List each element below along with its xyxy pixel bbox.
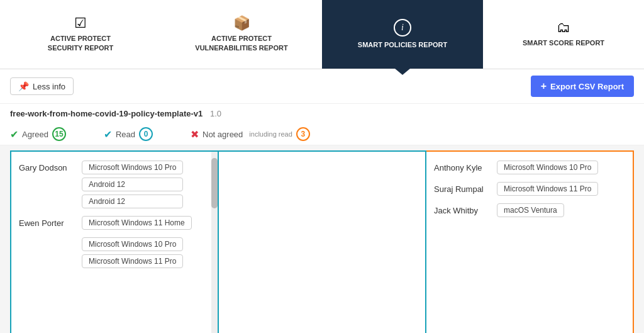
- tag-win10pro-2: Microsoft Windows 10 Pro: [82, 237, 183, 251]
- read-badge: 0: [139, 127, 153, 141]
- not-agreed-sublabel: including read: [249, 130, 292, 138]
- check-icon: ✔: [10, 128, 18, 140]
- user-row-ewen: Ewen Porter Microsoft Windows 11 Home: [11, 212, 218, 234]
- read-panel-body[interactable]: [219, 152, 425, 333]
- user-row-anon: Microsoft Windows 10 Pro Microsoft Windo…: [11, 234, 218, 272]
- nav-active-protect-vulnerabilities[interactable]: 📦 ACTIVE PROTECTVULNERABILITIES REPORT: [161, 0, 322, 69]
- less-info-button[interactable]: 📌 Less info: [10, 77, 74, 95]
- tag-anthony-win10: Microsoft Windows 10 Pro: [497, 161, 598, 174]
- nav-label-policies: SMART POLICIES REPORT: [358, 40, 447, 49]
- user-name-gary: Gary Dodson: [19, 161, 75, 172]
- tag-win11home: Microsoft Windows 11 Home: [82, 216, 192, 230]
- box-icon: 📦: [233, 16, 250, 30]
- not-agreed-panel: Anthony Kyle Microsoft Windows 10 Pro Su…: [426, 150, 634, 333]
- info-icon: i: [394, 19, 411, 37]
- agreed-status: ✔ Agreed 15: [10, 127, 66, 141]
- user-row-gary: Gary Dodson Microsoft Windows 10 Pro And…: [11, 157, 218, 212]
- user-row-jack: Jack Whitby macOS Ventura: [426, 200, 633, 221]
- pin-icon: 📌: [18, 81, 29, 91]
- nav-smart-policies[interactable]: i SMART POLICIES REPORT: [322, 0, 483, 69]
- tag-win10pro-1: Microsoft Windows 10 Pro: [82, 161, 183, 174]
- agreed-scrollbar-track[interactable]: [211, 152, 218, 333]
- read-check-icon: ✔: [104, 128, 112, 140]
- read-status: ✔ Read 0: [104, 127, 153, 141]
- tag-win11pro-1: Microsoft Windows 11 Pro: [82, 254, 183, 268]
- agreed-badge: 15: [52, 127, 66, 141]
- anthony-tags: Microsoft Windows 10 Pro: [497, 161, 598, 174]
- anon-tags: Microsoft Windows 10 Pro Microsoft Windo…: [82, 237, 183, 268]
- read-label: Read: [116, 130, 135, 139]
- tag-suraj-win11: Microsoft Windows 11 Pro: [497, 182, 598, 196]
- tag-android12-2: Android 12: [82, 195, 183, 208]
- jack-tags: macOS Ventura: [497, 203, 564, 217]
- not-agreed-panel-body[interactable]: Anthony Kyle Microsoft Windows 10 Pro Su…: [426, 152, 633, 333]
- ewen-tags: Microsoft Windows 11 Home: [82, 216, 192, 230]
- nav-smart-score[interactable]: 🗂 SMART SCORE REPORT: [483, 0, 644, 69]
- policy-name: free-work-from-home-covid-19-policy-temp…: [10, 109, 203, 118]
- top-nav: ☑ ACTIVE PROTECTSECURITY REPORT 📦 ACTIVE…: [0, 0, 644, 69]
- user-name-jack: Jack Whitby: [434, 203, 491, 215]
- not-agreed-label: Not agreed: [203, 130, 243, 139]
- suraj-tags: Microsoft Windows 11 Pro: [497, 182, 598, 196]
- agreed-label: Agreed: [22, 130, 48, 139]
- plus-icon: +: [541, 81, 547, 92]
- main-content: Gary Dodson Microsoft Windows 10 Pro And…: [0, 145, 644, 333]
- agreed-panel: Gary Dodson Microsoft Windows 10 Pro And…: [10, 150, 219, 333]
- export-label: Export CSV Report: [550, 82, 624, 91]
- nav-label-vulnerabilities: ACTIVE PROTECTVULNERABILITIES REPORT: [195, 34, 287, 52]
- user-name-anthony: Anthony Kyle: [434, 161, 491, 172]
- tag-jack-macos: macOS Ventura: [497, 203, 564, 217]
- nav-active-protect-security[interactable]: ☑ ACTIVE PROTECTSECURITY REPORT: [0, 0, 161, 69]
- user-row-anthony: Anthony Kyle Microsoft Windows 10 Pro: [426, 157, 633, 178]
- tag-android12-1: Android 12: [82, 178, 183, 191]
- not-agreed-status: ✖ Not agreed including read 3: [191, 127, 310, 141]
- policy-bar: free-work-from-home-covid-19-policy-temp…: [0, 104, 644, 123]
- less-info-label: Less info: [33, 82, 65, 91]
- not-agreed-badge: 3: [296, 127, 310, 141]
- nav-label-security: ACTIVE PROTECTSECURITY REPORT: [48, 34, 113, 52]
- nav-label-score: SMART SCORE REPORT: [523, 38, 604, 47]
- briefcase-icon: 🗂: [557, 21, 570, 35]
- status-row: ✔ Agreed 15 ✔ Read 0 ✖ Not agreed includ…: [0, 123, 644, 145]
- checkbox-icon: ☑: [74, 16, 87, 30]
- user-name-ewen: Ewen Porter: [19, 216, 75, 228]
- gary-tags: Microsoft Windows 10 Pro Android 12 Andr…: [82, 161, 183, 208]
- policy-version: 1.0: [210, 109, 221, 118]
- toolbar: 📌 Less info + Export CSV Report: [0, 69, 644, 104]
- x-icon: ✖: [191, 128, 199, 140]
- agreed-panel-body[interactable]: Gary Dodson Microsoft Windows 10 Pro And…: [11, 152, 218, 333]
- read-panel: [219, 150, 426, 333]
- user-name-anon: [19, 237, 75, 240]
- user-row-suraj: Suraj Rumpal Microsoft Windows 11 Pro: [426, 178, 633, 200]
- agreed-scrollbar-thumb[interactable]: [211, 158, 218, 208]
- user-name-suraj: Suraj Rumpal: [434, 182, 491, 194]
- export-csv-button[interactable]: + Export CSV Report: [531, 76, 634, 97]
